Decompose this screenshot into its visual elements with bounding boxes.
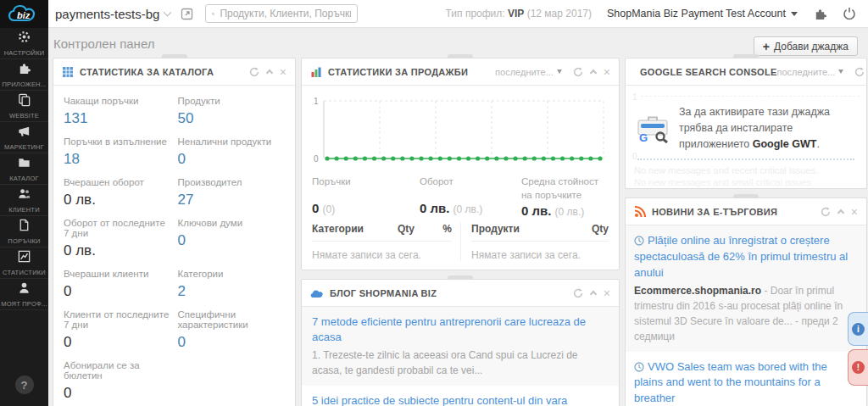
sidebar-item-label: ПРИЛОЖЕН...	[2, 81, 46, 88]
news-list: Plățile online au înregistrat o creștere…	[626, 225, 866, 406]
store-switcher[interactable]: payments-tests-bg	[55, 7, 170, 21]
gsc-activation-message: G За да активирате тази джаджа трябва да…	[626, 104, 866, 152]
stat-value-link[interactable]: 0	[178, 232, 286, 249]
users-icon	[17, 186, 31, 204]
document-icon	[17, 218, 31, 236]
drag-handle[interactable]	[162, 54, 187, 58]
sales-line-chart: 10	[310, 92, 609, 167]
biz-cloud-icon: biz	[8, 3, 42, 25]
col-header: Продукти	[471, 223, 571, 235]
refresh-icon[interactable]	[249, 67, 259, 77]
refresh-icon[interactable]	[854, 67, 865, 77]
collapse-icon[interactable]	[590, 291, 597, 298]
news-item: VWO Sales team was bored with the plains…	[626, 352, 866, 406]
search-input[interactable]	[220, 8, 351, 19]
blog-widget: БЛОГ SHOPMANIA BIZ × 7 metode eficiente …	[301, 279, 620, 406]
svg-text:biz: biz	[17, 10, 31, 20]
blog-post: 5 idei practice de subiecte pentru conte…	[302, 386, 619, 406]
collapse-icon[interactable]	[266, 70, 273, 76]
close-icon[interactable]: ×	[604, 66, 610, 78]
stat-value-link[interactable]: 0	[178, 334, 286, 351]
refresh-icon[interactable]	[573, 288, 583, 298]
bar-chart-icon	[310, 66, 322, 78]
open-store-button[interactable]	[181, 8, 193, 20]
refresh-icon[interactable]	[821, 207, 831, 217]
col-header: Qty	[571, 223, 609, 235]
add-widget-button[interactable]: + Добави джаджа	[754, 36, 858, 56]
help-button[interactable]: ?	[15, 375, 34, 394]
account-menu[interactable]: ShopMania Biz Payment Test Account	[607, 8, 798, 19]
gsc-faint-line: No new messages and small critical issue…	[634, 177, 811, 187]
account-name: ShopMania Biz Payment Test Account	[607, 8, 786, 19]
drag-handle[interactable]	[448, 54, 473, 58]
close-icon[interactable]: ×	[851, 206, 858, 218]
stat-value-link[interactable]: 0	[178, 151, 286, 168]
sidebar-item-settings[interactable]: НАСТРОЙКИ	[0, 28, 48, 59]
blog-post-link[interactable]: 7 metode eficiente pentru antreprenorii …	[312, 314, 609, 345]
sidebar-item-catalog[interactable]: КАТАЛОГ	[0, 153, 48, 185]
close-icon[interactable]: ×	[280, 66, 287, 78]
empty-message: Нямате записи за сега.	[312, 242, 452, 261]
sidebar-item-website[interactable]: WEBSITE	[0, 91, 48, 122]
sidebar-item-apps[interactable]: ПРИЛОЖЕН...	[0, 59, 48, 91]
global-search	[205, 4, 358, 23]
alert-icon: !	[852, 361, 865, 374]
products-table: Продукти Qty Нямате записи за сега.	[461, 223, 609, 261]
sidebar-item-orders[interactable]: ПОРЪЧКИ	[0, 216, 48, 247]
google-gwt-link[interactable]: Google GWT	[753, 138, 817, 150]
col-header: Qty	[398, 223, 435, 235]
stat-value-link[interactable]: 2	[178, 283, 286, 300]
stat-value-link[interactable]: 131	[64, 110, 171, 127]
gsc-content: 1 0 No new messages and recent critical …	[626, 86, 866, 188]
logout-button[interactable]	[843, 7, 856, 20]
drag-handle[interactable]	[733, 54, 759, 58]
refresh-icon[interactable]	[573, 67, 583, 77]
sidebar-item-my-profile[interactable]: МОЯТ ПРОФ...	[0, 279, 48, 310]
column-center: СТАТИСТИКИ ЗА ПРОДАЖБИ последните... × 1…	[301, 58, 620, 406]
apps-button[interactable]	[813, 7, 827, 21]
drag-handle[interactable]	[448, 275, 473, 280]
sidebar-item-customers[interactable]: КЛИЕНТИ	[0, 185, 48, 216]
caret-down-icon	[791, 12, 798, 16]
sidebar-item-label: МАРКЕТИНГ	[4, 143, 44, 151]
stat-value: 0	[64, 334, 171, 351]
biz-logo[interactable]: biz	[0, 0, 48, 28]
sidebar-item-marketing[interactable]: МАРКЕТИНГ	[0, 122, 48, 153]
stat-label: Вчерашен оборот	[64, 177, 171, 187]
news-title-link[interactable]: VWO Sales team was bored with the plains…	[634, 359, 858, 406]
external-link-icon	[181, 8, 193, 20]
news-title-link[interactable]: Plățile online au înregistrat o creștere…	[634, 233, 858, 281]
page-title: Контролен панел	[53, 36, 154, 51]
widget-header: НОВИНИ ЗА Е-ТЪРГОВИЯ ×	[626, 198, 866, 225]
drag-handle[interactable]	[733, 194, 759, 198]
stat-label: Категории	[178, 269, 286, 279]
period-dropdown[interactable]: последните...	[495, 67, 562, 77]
stat-label: Вчерашни клиенти	[64, 269, 171, 279]
stat-value: 0 лв.	[64, 242, 171, 259]
empty-message: Нямате записи за сега.	[471, 242, 609, 261]
topbar: payments-tests-bg Тип профил: VIP (12 ма…	[48, 0, 868, 28]
sidebar: biz НАСТРОЙКИ ПРИЛОЖЕН... WEBSITE МАРКЕТ…	[0, 0, 48, 406]
power-icon	[843, 7, 856, 20]
caret-down-icon	[838, 70, 843, 74]
sidebar-item-statistics[interactable]: СТАТИСТИКИ	[0, 247, 48, 279]
close-icon[interactable]: ×	[604, 287, 610, 299]
collapse-icon[interactable]	[590, 70, 597, 76]
collapse-icon[interactable]	[837, 209, 844, 216]
period-dropdown[interactable]: последните...	[777, 67, 844, 77]
stat-value-link[interactable]: 18	[64, 151, 171, 168]
blog-post-excerpt: 1. Trezeste-te zilnic la aceeasi ora Can…	[312, 348, 609, 378]
stat-value-link[interactable]: 50	[178, 110, 286, 127]
plus-icon: +	[763, 40, 770, 53]
sidebar-item-label: WEBSITE	[9, 112, 39, 120]
widget-title: СТАТИСТИКИ ЗА ПРОДАЖБИ	[328, 67, 468, 77]
gears-icon	[17, 30, 31, 47]
gsc-faint-line: No new messages and recent critical issu…	[634, 165, 818, 175]
info-notification-tab[interactable]: i	[848, 312, 868, 346]
profile-type: Тип профил: VIP (12 мар 2017)	[446, 8, 592, 19]
folder-icon	[17, 155, 31, 173]
stat-value-link[interactable]: 27	[178, 192, 286, 209]
alert-notification-tab[interactable]: !	[848, 349, 868, 386]
categories-table: Категории Qty % Нямате записи за сега.	[312, 223, 461, 261]
blog-post-link[interactable]: 5 idei practice de subiecte pentru conte…	[312, 393, 609, 406]
